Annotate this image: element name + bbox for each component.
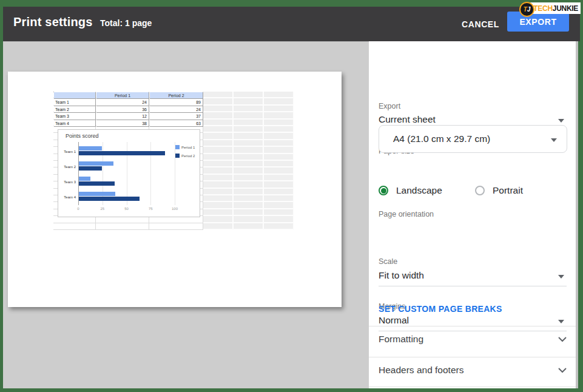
grid-cell bbox=[264, 195, 294, 202]
radio-landscape[interactable]: Landscape bbox=[379, 185, 442, 196]
radio-button-icon[interactable] bbox=[475, 186, 485, 195]
grid-cell bbox=[264, 140, 294, 147]
table-cell: 38 bbox=[96, 120, 149, 127]
embedded-chart: Points scored 0255075100Team 1Team 2Team… bbox=[58, 129, 200, 217]
print-settings-dialog: Print settings Total: 1 page CANCEL EXPO… bbox=[0, 0, 583, 392]
top-bar: Print settings Total: 1 page CANCEL EXPO… bbox=[3, 7, 580, 41]
grid-cell bbox=[234, 189, 264, 195]
table-header-cell: Period 1 bbox=[96, 92, 149, 99]
export-button[interactable]: EXPORT bbox=[507, 12, 569, 32]
tj-badge-icon: TJ bbox=[519, 2, 534, 17]
radio-portrait[interactable]: Portrait bbox=[475, 185, 523, 196]
grid-cell bbox=[203, 195, 234, 202]
chart-gridline bbox=[175, 142, 175, 205]
radio-landscape-label: Landscape bbox=[396, 185, 442, 196]
grid-cell bbox=[234, 126, 264, 133]
radio-button-icon[interactable] bbox=[379, 186, 388, 195]
grid-cell bbox=[203, 147, 234, 154]
grid-cell bbox=[234, 216, 264, 223]
legend-label: Period 2 bbox=[181, 154, 195, 158]
grid-cell bbox=[234, 120, 264, 126]
grid-cell bbox=[203, 189, 234, 195]
set-custom-page-breaks-link[interactable]: SET CUSTOM PAGE BREAKS bbox=[379, 304, 502, 314]
grid-cell bbox=[264, 154, 294, 161]
grid-cell bbox=[234, 147, 264, 154]
paper-size-value: A4 (21.0 cm x 29.7 cm) bbox=[393, 133, 490, 144]
chevron-down-icon bbox=[558, 336, 567, 342]
panel-scrollbar[interactable] bbox=[576, 41, 578, 388]
x-tick-label: 100 bbox=[169, 207, 181, 211]
chart-bar bbox=[79, 146, 102, 150]
table-cell: Team 2 bbox=[54, 106, 96, 113]
total-pages-label: Total: 1 page bbox=[100, 18, 152, 28]
grid-cell bbox=[203, 120, 234, 126]
formatting-label: Formatting bbox=[379, 334, 423, 345]
category-label: Team 4 bbox=[58, 195, 76, 199]
table-cell: Team 3 bbox=[54, 113, 96, 120]
grid-cell bbox=[234, 209, 264, 216]
grid-cell bbox=[234, 92, 264, 98]
category-label: Team 1 bbox=[58, 150, 76, 154]
headers-footers-section-toggle[interactable]: Headers and footers bbox=[369, 357, 576, 384]
settings-panel: Export Current sheet Paper size A4 (21.0… bbox=[369, 41, 576, 388]
grid-cell bbox=[264, 92, 294, 98]
grid-cell bbox=[96, 223, 149, 230]
grid-cell bbox=[234, 106, 264, 112]
grid-cell bbox=[203, 209, 234, 216]
headers-footers-label: Headers and footers bbox=[379, 365, 463, 376]
grid-cell bbox=[234, 195, 264, 202]
grid-cell bbox=[203, 126, 234, 133]
grid-cell bbox=[203, 175, 234, 181]
table-cell: Team 1 bbox=[54, 99, 96, 106]
grid-cell bbox=[234, 154, 264, 161]
cancel-button[interactable]: CANCEL bbox=[457, 16, 504, 32]
scale-dropdown[interactable] bbox=[379, 269, 567, 287]
legend-item: Period 2 bbox=[175, 154, 195, 158]
grid-cell bbox=[234, 112, 264, 119]
x-tick-label: 50 bbox=[121, 207, 133, 211]
table-header-cell: Period 2 bbox=[150, 92, 203, 99]
grid-cell bbox=[264, 120, 294, 126]
grid-cell bbox=[264, 133, 294, 140]
chart-bar bbox=[79, 192, 115, 196]
preview-data-table: Period 1Period 2Team 12489Team 23624Team… bbox=[53, 92, 54, 92]
brand-text-junkie: JUNKIE bbox=[553, 4, 578, 13]
grid-cell bbox=[203, 202, 234, 209]
paper-size-select[interactable]: A4 (21.0 cm x 29.7 cm) bbox=[379, 125, 567, 153]
chart-bar bbox=[79, 181, 115, 186]
export-label: Export bbox=[379, 102, 400, 110]
grid-cell bbox=[203, 92, 234, 98]
grid-cell bbox=[264, 167, 294, 174]
grid-cell bbox=[264, 189, 294, 195]
legend-swatch-icon bbox=[175, 145, 180, 149]
chart-bar bbox=[79, 197, 140, 201]
grid-cell bbox=[203, 112, 234, 119]
grid-cell bbox=[264, 175, 294, 181]
grid-cell bbox=[203, 181, 234, 188]
grid-cell bbox=[264, 112, 294, 119]
grid-cell bbox=[264, 147, 294, 154]
radio-portrait-label: Portrait bbox=[493, 185, 523, 196]
scale-label: Scale bbox=[379, 257, 397, 266]
grid-cell bbox=[264, 223, 294, 230]
grid-cell bbox=[203, 216, 234, 223]
chart-bar bbox=[79, 151, 165, 155]
grid-cell bbox=[234, 223, 264, 230]
grid-cell bbox=[234, 181, 264, 188]
grid-cell bbox=[264, 106, 294, 112]
table-cell: 36 bbox=[96, 106, 149, 113]
chart-title: Points scored bbox=[66, 133, 99, 139]
table-cell: Team 4 bbox=[54, 120, 96, 127]
page-orientation-label: Page orientation bbox=[379, 210, 434, 218]
grid-cell bbox=[264, 181, 294, 188]
legend-label: Period 1 bbox=[181, 146, 195, 149]
grid-cell bbox=[234, 140, 264, 147]
grid-cell bbox=[264, 98, 294, 105]
grid-cell bbox=[203, 133, 234, 140]
print-preview-area: Period 1Period 2Team 12489Team 23624Team… bbox=[3, 41, 369, 388]
table-cell: 37 bbox=[150, 113, 203, 120]
preview-page: Period 1Period 2Team 12489Team 23624Team… bbox=[8, 72, 342, 307]
divider bbox=[379, 286, 567, 286]
x-tick-label: 0 bbox=[72, 207, 84, 211]
formatting-section-toggle[interactable]: Formatting bbox=[369, 326, 576, 353]
